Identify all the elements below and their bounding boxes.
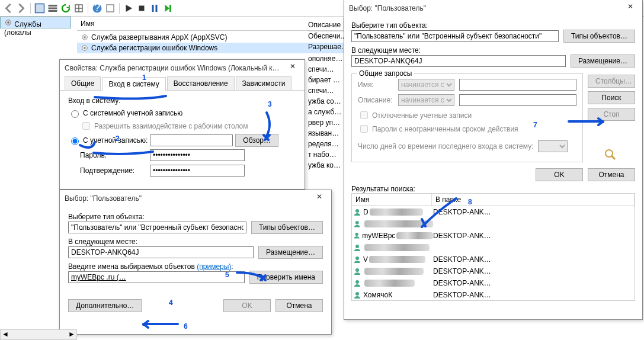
col-folder[interactable]: В папке xyxy=(432,194,635,206)
radio-this-account-input[interactable] xyxy=(71,137,79,145)
result-folder: DESKTOP-ANK… xyxy=(433,208,633,216)
svg-point-17 xyxy=(84,47,86,49)
locations-button[interactable]: Размещение… xyxy=(571,54,635,68)
h-scrollbar[interactable]: ◄ ► xyxy=(0,329,77,340)
svg-rect-1 xyxy=(49,5,57,7)
radio-this-account[interactable]: С учетной записью: Обзор… xyxy=(68,134,296,147)
cancel-button[interactable]: Отмена xyxy=(588,168,635,181)
pause-icon[interactable] xyxy=(149,2,161,14)
tab-general[interactable]: Общие xyxy=(65,76,101,90)
object-types-button[interactable]: Типы объектов… xyxy=(251,221,323,234)
close-icon[interactable]: ✕ xyxy=(286,62,300,74)
extras-icon[interactable] xyxy=(104,2,116,14)
password-input[interactable] xyxy=(150,149,245,161)
svc-desc-cell: языван… xyxy=(308,128,342,139)
advanced-button[interactable]: Дополнительно… xyxy=(68,299,142,312)
col-description[interactable]: Описание xyxy=(308,19,344,31)
svg-point-25 xyxy=(355,280,359,284)
svg-rect-3 xyxy=(49,10,57,12)
tabs: Общие Вход в систему Восстановление Зави… xyxy=(60,76,305,91)
svc-desc-cell: а служб… xyxy=(308,107,342,117)
radio-label: С системной учетной записью xyxy=(83,109,182,117)
result-row[interactable]: myWEBpcDESKTOP-ANK… xyxy=(352,230,635,242)
results-list[interactable]: DDESKTOP-ANK…myWEBpcDESKTOP-ANK…VDESKTOP… xyxy=(351,206,635,301)
svg-point-26 xyxy=(355,292,359,296)
from-location-label: В следующем месте: xyxy=(68,238,323,246)
enter-names-label: Введите имена выбираемых объектов xyxy=(68,262,195,271)
result-row[interactable]: ХомячоКDESKTOP-ANK… xyxy=(352,289,635,301)
columns-button: Столбцы… xyxy=(588,75,635,88)
col-name[interactable]: Имя xyxy=(77,18,344,30)
dialog-titlebar: Выбор: "Пользователь" ✕ xyxy=(60,190,331,207)
svg-point-15 xyxy=(84,36,86,39)
col-name[interactable]: Имя xyxy=(352,194,432,206)
dialog-title-text: Выбор: "Пользователь" xyxy=(349,4,426,12)
scroll-right-icon[interactable]: ► xyxy=(67,330,76,339)
dialog-select-user-advanced: Выбор: "Пользователь" ✕ Выберите тип объ… xyxy=(344,0,643,320)
radio-local-system[interactable]: С системной учетной записью xyxy=(68,108,296,118)
ok-button[interactable]: OK xyxy=(223,299,271,312)
user-icon xyxy=(353,243,361,252)
play-icon[interactable] xyxy=(123,2,134,14)
export-icon[interactable] xyxy=(73,2,85,14)
dialog-titlebar: Свойства: Служба регистрации ошибок Wind… xyxy=(60,60,305,76)
close-icon[interactable]: ✕ xyxy=(623,2,637,14)
properties-icon[interactable] xyxy=(34,2,46,14)
desc-filter-input xyxy=(459,94,576,106)
svg-rect-9 xyxy=(152,5,154,12)
tree-item-services[interactable]: Службы (локалы xyxy=(0,17,71,28)
ok-button[interactable]: OK xyxy=(536,168,583,181)
object-names-input[interactable] xyxy=(68,271,245,283)
result-name: myWEBpc xyxy=(362,232,395,240)
cancel-button[interactable]: Отмена xyxy=(275,299,323,312)
radio-local-system-input[interactable] xyxy=(71,110,79,118)
check-names-button[interactable]: Проверить имена xyxy=(249,271,323,284)
service-row-selected[interactable]: Служба регистрации ошибок Windows xyxy=(77,43,344,53)
from-location-field[interactable] xyxy=(351,55,566,67)
result-row[interactable]: DESKTOP-ANK… xyxy=(352,265,635,277)
svg-point-21 xyxy=(355,233,358,236)
back-icon[interactable] xyxy=(2,2,14,14)
checkbox-label: Разрешить взаимодействие с рабочим столо… xyxy=(94,122,248,130)
examples-link[interactable]: (примеры) xyxy=(197,262,231,271)
from-location-field[interactable] xyxy=(68,246,254,258)
account-input[interactable] xyxy=(150,134,233,146)
result-row[interactable]: VDESKTOP-ANK… xyxy=(352,254,635,265)
result-row[interactable]: DESKTOP-ANK… xyxy=(352,277,635,289)
desc-filter-label: Описание: xyxy=(358,96,393,104)
tab-logon[interactable]: Вход в систему xyxy=(102,77,165,91)
locations-button[interactable]: Размещение… xyxy=(258,246,323,259)
svg-rect-2 xyxy=(49,7,57,9)
results-label: Результаты поиска: xyxy=(351,185,635,193)
password-label: Пароль: xyxy=(80,151,145,159)
object-type-field[interactable] xyxy=(68,222,246,233)
svg-rect-7 xyxy=(107,5,114,12)
object-types-button[interactable]: Типы объектов… xyxy=(563,30,635,43)
user-icon xyxy=(353,291,361,299)
result-row[interactable]: DDESKTOP-ANK… xyxy=(352,206,635,218)
scroll-left-icon[interactable]: ◄ xyxy=(1,330,10,339)
help-icon[interactable]: ? xyxy=(91,2,103,14)
dialog-title-text: Свойства: Служба регистрации ошибок Wind… xyxy=(65,64,280,72)
object-type-field[interactable] xyxy=(351,30,559,42)
tab-dependencies[interactable]: Зависимости xyxy=(236,76,292,90)
dialog-title-text: Выбор: "Пользователь" xyxy=(65,194,142,203)
gear-icon xyxy=(4,18,12,27)
tab-recovery[interactable]: Восстановление xyxy=(167,76,235,90)
checkbox-label: Пароли с неограниченным сроком действия xyxy=(372,125,518,133)
service-row[interactable]: Служба развертывания AppX (AppXSVC) xyxy=(77,32,344,43)
stop-icon[interactable] xyxy=(136,2,148,14)
confirm-input[interactable] xyxy=(150,165,245,177)
find-now-button[interactable]: Поиск xyxy=(588,91,635,104)
list-icon[interactable] xyxy=(47,2,59,14)
checkbox-allow-desktop: Разрешить взаимодействие с рабочим столо… xyxy=(80,120,296,131)
restart-icon[interactable] xyxy=(162,2,174,14)
close-icon[interactable]: ✕ xyxy=(312,193,326,204)
result-folder: DESKTOP-ANK… xyxy=(433,267,633,275)
result-row[interactable] xyxy=(352,218,635,230)
svc-desc-overflow: ополняе…спечи…бирает …спечи…ужба со…а сл… xyxy=(308,53,342,171)
forward-icon[interactable] xyxy=(15,2,27,14)
browse-button[interactable]: Обзор… xyxy=(235,134,278,147)
result-row[interactable] xyxy=(352,242,635,254)
refresh-icon[interactable] xyxy=(60,2,72,14)
